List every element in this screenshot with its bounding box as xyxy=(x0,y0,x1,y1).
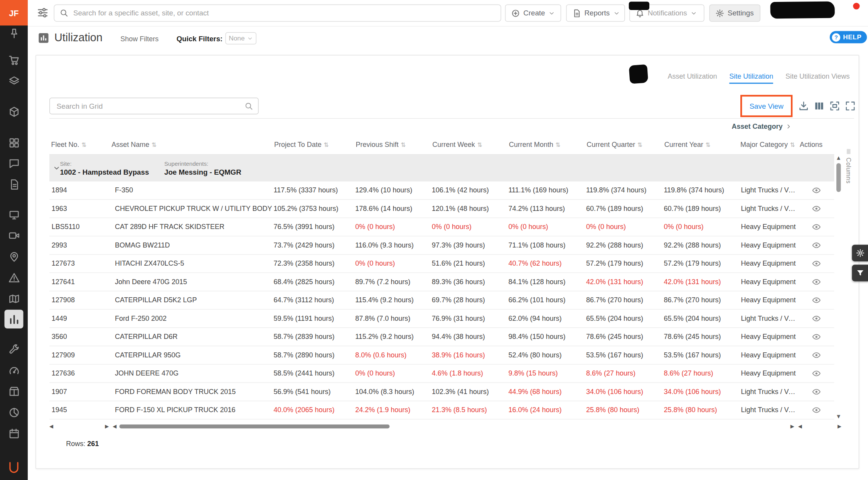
vertical-scrollbar[interactable]: ▲ ▼ xyxy=(835,155,842,419)
view-details-eye-icon[interactable] xyxy=(811,241,822,250)
utilization-cell: 56.9% (541 hours) xyxy=(273,383,354,401)
sidebar-item-pin[interactable] xyxy=(7,27,21,40)
view-details-eye-icon[interactable] xyxy=(811,296,822,305)
grip-icon xyxy=(845,148,853,155)
download-icon[interactable] xyxy=(798,101,809,112)
major-category-cell: Heavy Equipment xyxy=(739,273,798,291)
show-filters-button[interactable]: Show Filters xyxy=(120,35,158,43)
sidebar-item-package[interactable] xyxy=(7,384,21,398)
sidebar-item-pie-chart[interactable] xyxy=(7,406,21,419)
sidebar-item-gauge[interactable] xyxy=(7,364,21,377)
view-details-eye-icon[interactable] xyxy=(811,222,822,231)
view-details-eye-icon[interactable] xyxy=(811,351,822,360)
collapse-chevron-icon[interactable] xyxy=(53,164,61,172)
sidebar-item-calendar[interactable] xyxy=(7,427,21,440)
utilization-cell: 119.8% (374 hours) xyxy=(585,182,663,199)
grid-filter-button[interactable] xyxy=(852,265,868,281)
columns-icon[interactable] xyxy=(814,101,825,112)
asset-category-link[interactable]: Asset Category xyxy=(731,123,792,130)
pie-chart-icon xyxy=(8,406,20,418)
scroll-right-arrow[interactable]: ▶ xyxy=(105,423,109,429)
column-header-project-to-date[interactable]: Project To Date⇅ xyxy=(273,135,354,154)
view-details-eye-icon[interactable] xyxy=(811,259,822,268)
fleet-no-cell: 1945 xyxy=(49,401,110,419)
view-details-eye-icon[interactable] xyxy=(811,387,822,396)
view-details-eye-icon[interactable] xyxy=(811,332,822,341)
sidebar-item-chat[interactable] xyxy=(7,157,21,170)
help-button[interactable]: ? HELP xyxy=(830,31,867,44)
chevron-down-icon xyxy=(247,35,253,41)
utilization-cell: 78.6% (245 hours) xyxy=(663,328,739,346)
sidebar-item-layers[interactable] xyxy=(7,74,21,88)
reports-button[interactable]: Reports xyxy=(566,5,625,22)
table-row: 1907FORD FOREMAN BODY TRUCK 201556.9% (5… xyxy=(49,383,834,401)
fullscreen-icon[interactable] xyxy=(845,101,856,112)
column-header-asset-name[interactable]: Asset Name⇅ xyxy=(110,135,273,154)
pinned-left-scrollbar[interactable]: ◀ ▶ xyxy=(49,422,109,431)
column-header-major-category[interactable]: Major Category⇅ xyxy=(739,135,798,154)
column-header-current-year[interactable]: Current Year⇅ xyxy=(663,135,739,154)
scroll-left-arrow[interactable]: ◀ xyxy=(49,423,53,429)
grid-search-input[interactable] xyxy=(49,98,259,114)
sidebar-item-document[interactable] xyxy=(7,178,21,191)
grid-settings-button[interactable] xyxy=(852,245,868,261)
global-search-input[interactable] xyxy=(54,5,501,22)
column-header-previous-shift[interactable]: Previous Shift⇅ xyxy=(354,135,431,154)
utilization-cell: 24.2% (1.9 hours) xyxy=(354,401,431,419)
column-header-fleet-no-[interactable]: Fleet No.⇅ xyxy=(49,135,110,154)
tab-asset-utilization[interactable]: Asset Utilization xyxy=(668,73,717,84)
sidebar-item-monitor[interactable] xyxy=(7,208,21,222)
sidebar-item-dashboard[interactable] xyxy=(7,136,21,150)
view-details-eye-icon[interactable] xyxy=(811,186,822,195)
sidebar: JF xyxy=(0,0,28,480)
pinned-right-scrollbar[interactable]: ◀ ▶ xyxy=(798,422,841,431)
view-details-eye-icon[interactable] xyxy=(811,406,822,414)
scroll-right-arrow[interactable]: ▶ xyxy=(838,423,841,429)
sidebar-item-bar-chart[interactable] xyxy=(5,310,24,328)
sidebar-item-video[interactable] xyxy=(7,229,21,242)
redaction-mark xyxy=(629,2,649,10)
sidebar-item-location[interactable] xyxy=(7,250,21,263)
vertical-scroll-thumb[interactable] xyxy=(836,163,841,192)
view-details-eye-icon[interactable] xyxy=(811,314,822,323)
horizontal-scroll-thumb[interactable] xyxy=(119,424,389,428)
actions-cell xyxy=(798,182,834,199)
utilization-cell: 53.5% (167 hours) xyxy=(663,346,739,364)
view-details-eye-icon[interactable] xyxy=(811,369,822,378)
view-details-eye-icon[interactable] xyxy=(811,278,822,286)
scroll-left-arrow[interactable]: ◀ xyxy=(798,423,802,429)
column-header-current-quarter[interactable]: Current Quarter⇅ xyxy=(585,135,663,154)
settings-button[interactable]: Settings xyxy=(709,5,760,22)
sidebar-item-cart[interactable] xyxy=(7,53,21,67)
asset-name-cell: John Deere 470G 2015 xyxy=(110,273,273,291)
column-header-current-week[interactable]: Current Week⇅ xyxy=(431,135,507,154)
create-button[interactable]: Create xyxy=(505,5,561,22)
table-row: 127636JOHN DEERE 470G58.5% (2441 hours)0… xyxy=(49,365,834,383)
utilization-cell: 104.0% (8.3 hours) xyxy=(354,383,431,401)
scan-icon[interactable] xyxy=(829,101,840,112)
sidebar-item-warning[interactable] xyxy=(7,271,21,284)
filter-tune-icon[interactable] xyxy=(37,7,50,20)
scroll-right-arrow[interactable]: ▶ xyxy=(790,423,794,429)
avatar[interactable]: JF xyxy=(0,0,28,25)
sidebar-item-map[interactable] xyxy=(7,292,21,305)
tab-site-utilization-views[interactable]: Site Utilization Views xyxy=(785,73,850,84)
search-icon xyxy=(244,101,253,110)
quick-filters-dropdown[interactable]: None xyxy=(225,32,256,44)
tab-site-utilization[interactable]: Site Utilization xyxy=(729,73,773,84)
table-row: LBS5110CAT 289D HF TRACK SKIDSTEER76.5% … xyxy=(49,218,834,236)
sidebar-item-cube[interactable] xyxy=(7,105,21,118)
scroll-left-arrow[interactable]: ◀ xyxy=(113,423,116,429)
columns-handle[interactable]: Columns xyxy=(842,148,855,184)
scroll-down-arrow[interactable]: ▼ xyxy=(835,414,842,419)
main-horizontal-scrollbar[interactable]: ◀ ▶ xyxy=(113,422,794,431)
wrench-icon xyxy=(8,344,20,355)
view-details-eye-icon[interactable] xyxy=(811,204,822,213)
save-view-button[interactable]: Save View xyxy=(750,102,784,110)
sidebar-item-wrench[interactable] xyxy=(7,343,21,356)
scroll-up-arrow[interactable]: ▲ xyxy=(835,155,842,160)
column-header-current-month[interactable]: Current Month⇅ xyxy=(507,135,585,154)
fleet-no-cell: 1894 xyxy=(49,182,110,199)
fleet-no-cell: 3560 xyxy=(49,328,110,346)
utilization-cell: 74.2% (113 hours) xyxy=(507,200,585,217)
